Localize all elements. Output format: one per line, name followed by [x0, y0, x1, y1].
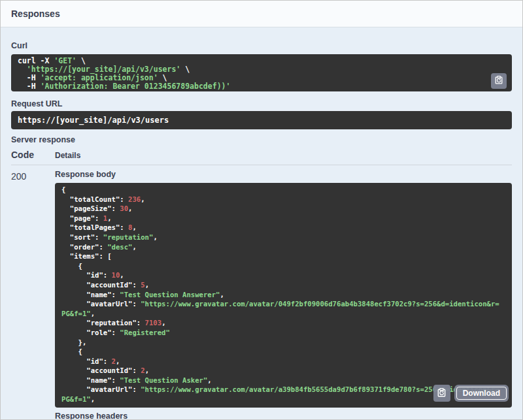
- responses-panel: Responses Curl curl -X 'GET' \ 'https://…: [0, 0, 523, 420]
- response-row-200: 200 Response body { "totalCount": 236, "…: [11, 165, 512, 420]
- request-url-block[interactable]: https://[your_site]/api/v3/users: [11, 111, 512, 129]
- response-body-actions: Download: [433, 385, 509, 402]
- download-button-label: Download: [456, 387, 507, 400]
- responses-section-body: Curl curl -X 'GET' \ 'https://[your_site…: [1, 41, 522, 420]
- code-column-header: Code: [11, 150, 55, 160]
- response-body-wrap: { "totalCount": 236, "pageSize": 30, "pa…: [55, 183, 512, 408]
- curl-command-text: curl -X 'GET' \ 'https://[your_site]/api…: [18, 56, 230, 91]
- curl-command-block[interactable]: curl -X 'GET' \ 'https://[your_site]/api…: [11, 54, 512, 91]
- server-response-label: Server response: [11, 135, 512, 145]
- response-details: Response body { "totalCount": 236, "page…: [55, 170, 512, 420]
- download-button[interactable]: Download: [454, 385, 509, 402]
- curl-label: Curl: [11, 41, 512, 51]
- response-body-label: Response body: [55, 170, 512, 180]
- responses-section-header[interactable]: Responses: [1, 1, 522, 27]
- request-url-text: https://[your_site]/api/v3/users: [18, 116, 169, 125]
- curl-copy-button[interactable]: [491, 73, 507, 89]
- section-title: Responses: [11, 8, 60, 19]
- response-copy-button[interactable]: [433, 385, 450, 402]
- request-url-label: Request URL: [11, 99, 512, 109]
- copy-icon: [494, 75, 503, 87]
- response-body-block[interactable]: { "totalCount": 236, "pageSize": 30, "pa…: [55, 183, 512, 408]
- response-table-header: Code Details: [11, 150, 512, 160]
- copy-icon: [437, 387, 447, 400]
- status-code: 200: [11, 170, 55, 420]
- response-body-json: { "totalCount": 236, "pageSize": 30, "pa…: [61, 186, 499, 403]
- details-column-header: Details: [55, 151, 80, 160]
- response-headers-label: Response headers: [55, 412, 512, 420]
